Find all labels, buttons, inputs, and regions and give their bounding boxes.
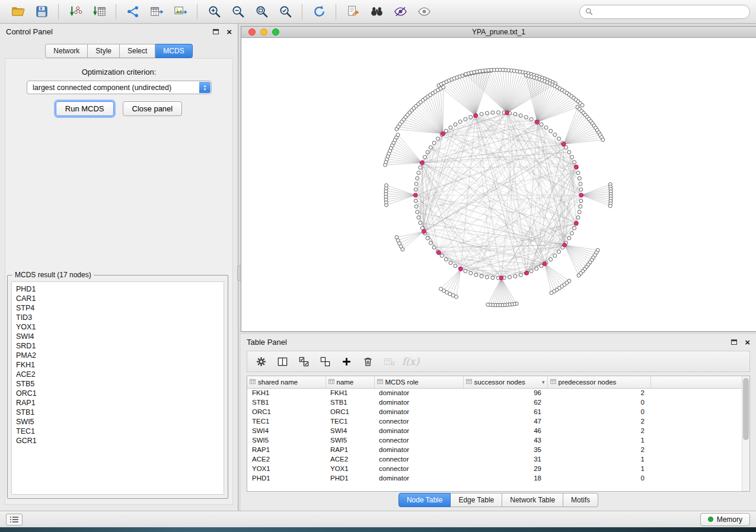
search-box[interactable] <box>579 5 750 19</box>
tab-network[interactable]: Network <box>45 44 88 58</box>
clear-table-icon <box>381 354 397 370</box>
network-graph[interactable] <box>241 38 756 331</box>
mcds-result-item[interactable]: PMA2 <box>12 351 224 360</box>
zoom-fit-icon[interactable] <box>251 2 272 21</box>
criterion-dropdown[interactable]: largest connected component (undirected)… <box>27 81 212 94</box>
document-share-icon[interactable] <box>343 2 363 21</box>
tab-network-table[interactable]: Network Table <box>502 493 563 507</box>
mcds-result-item[interactable]: TID3 <box>12 313 224 322</box>
table-row[interactable]: SWI5SWI5connector431 <box>247 435 749 445</box>
eye-icon[interactable] <box>414 2 434 21</box>
search-input[interactable] <box>596 7 744 17</box>
memory-button[interactable]: Memory <box>700 513 750 526</box>
zoom-out-icon[interactable] <box>228 2 248 21</box>
export-image-icon[interactable] <box>170 2 190 21</box>
close-window-icon[interactable] <box>248 28 256 36</box>
table-row[interactable]: STB1STB1dominator620 <box>247 398 749 407</box>
chevron-up-down-icon: ▲▼ <box>199 82 210 93</box>
table-row[interactable]: PHD1PHD1dominator180 <box>247 473 749 483</box>
status-menu-button[interactable] <box>6 514 23 525</box>
table-row[interactable]: YOX1YOX1connector291 <box>247 464 749 473</box>
desktop-background-strip <box>0 527 756 532</box>
main-toolbar-icons <box>6 2 436 21</box>
mcds-result-item[interactable]: STB5 <box>12 379 224 389</box>
toolbar-separator <box>302 4 302 20</box>
table-row[interactable]: ACE2ACE2connector311 <box>247 454 749 464</box>
save-icon[interactable] <box>31 2 52 21</box>
mcds-result-item[interactable]: PHD1 <box>12 284 224 294</box>
deselect-all-icon[interactable] <box>317 354 333 370</box>
split-panel-icon[interactable] <box>275 354 291 370</box>
mcds-result-item[interactable]: RAP1 <box>12 398 224 408</box>
zoom-selected-icon[interactable] <box>275 2 295 21</box>
tab-edge-table[interactable]: Edge Table <box>451 493 502 507</box>
tab-select[interactable]: Select <box>120 44 155 58</box>
table-panel: Table Panel × f(x) shared namenameMCDS r… <box>241 334 756 511</box>
add-column-icon[interactable] <box>339 354 355 370</box>
network-canvas[interactable] <box>241 38 756 331</box>
table-body: FKH1FKH1dominator962STB1STB1dominator620… <box>247 388 749 483</box>
tab-style[interactable]: Style <box>88 44 120 58</box>
column-header-name[interactable]: name <box>326 376 374 388</box>
table-row[interactable]: RAP1RAP1dominator352 <box>247 445 749 454</box>
minimize-window-icon[interactable] <box>260 28 267 36</box>
export-table-icon[interactable] <box>146 2 167 21</box>
import-network-icon[interactable] <box>65 2 85 21</box>
table-tabs: Node TableEdge TableNetwork TableMotifs <box>241 493 756 507</box>
delete-column-icon[interactable] <box>360 354 376 370</box>
close-panel-button[interactable]: Close panel <box>123 101 183 116</box>
mcds-result-item[interactable]: SRD1 <box>12 341 224 351</box>
network-window-titlebar: YPA_prune.txt_1 <box>241 27 756 38</box>
mcds-result-item[interactable]: ORC1 <box>12 389 224 398</box>
select-all-icon[interactable] <box>296 354 312 370</box>
table-row[interactable]: TEC1TEC1connector472 <box>247 416 749 426</box>
table-settings-gear-icon[interactable] <box>253 354 269 370</box>
mcds-result-item[interactable]: STP4 <box>12 303 224 313</box>
scrollbar-thumb[interactable] <box>743 378 749 440</box>
mcds-result-item[interactable]: SWI5 <box>12 417 224 427</box>
column-header-mcds-role[interactable]: MCDS role <box>374 376 463 388</box>
control-tabs: NetworkStyleSelectMCDS <box>0 44 238 58</box>
list-icon <box>9 516 19 523</box>
table-row[interactable]: FKH1FKH1dominator962 <box>247 388 749 398</box>
close-icon[interactable]: × <box>227 27 232 36</box>
mcds-result-list[interactable]: PHD1CAR1STP4TID3YOX1SWI4SRD1PMA2FKH1ACE2… <box>11 281 224 495</box>
control-panel-header: Control Panel × <box>0 24 238 39</box>
status-bar: Memory <box>0 511 756 527</box>
tab-motifs[interactable]: Motifs <box>563 493 598 507</box>
mcds-result-item[interactable]: ACE2 <box>12 370 224 379</box>
zoom-in-icon[interactable] <box>204 2 224 21</box>
float-window-icon[interactable] <box>731 339 737 345</box>
import-table-icon[interactable] <box>89 2 109 21</box>
maximize-window-icon[interactable] <box>272 28 279 36</box>
mcds-result-item[interactable]: FKH1 <box>12 360 224 370</box>
mcds-result-item[interactable]: SWI4 <box>12 332 224 341</box>
close-icon[interactable]: × <box>745 338 750 347</box>
tab-node-table[interactable]: Node Table <box>398 493 451 507</box>
tab-mcds[interactable]: MCDS <box>155 44 192 58</box>
column-type-icon <box>377 379 383 386</box>
network-window-title: YPA_prune.txt_1 <box>472 28 525 36</box>
table-row[interactable]: SWI4SWI4dominator462 <box>247 426 749 435</box>
graphics-details-icon[interactable] <box>390 2 410 21</box>
mcds-result-item[interactable]: CAR1 <box>12 294 224 303</box>
binoculars-icon[interactable] <box>366 2 387 21</box>
mcds-result-item[interactable]: GCR1 <box>12 436 224 446</box>
mcds-result-item[interactable]: STB1 <box>12 408 224 417</box>
float-window-icon[interactable] <box>213 29 219 34</box>
column-header-predecessor-nodes[interactable]: predecessor nodes <box>547 376 650 388</box>
refresh-icon[interactable] <box>309 2 329 21</box>
column-header-shared-name[interactable]: shared name <box>247 376 326 388</box>
criterion-dropdown-value: largest connected component (undirected) <box>33 84 171 92</box>
column-header-successor-nodes[interactable]: successor nodes▾ <box>463 376 547 388</box>
function-builder-icon: f(x) <box>403 354 419 370</box>
chevron-down-icon: ▾ <box>542 379 545 385</box>
run-mcds-button[interactable]: Run MCDS <box>56 101 114 116</box>
mcds-result-item[interactable]: YOX1 <box>12 322 224 332</box>
table-scrollbar[interactable] <box>742 376 749 491</box>
table-row[interactable]: ORC1ORC1dominator610 <box>247 407 749 416</box>
network-window: YPA_prune.txt_1 <box>241 26 756 332</box>
open-folder-icon[interactable] <box>8 2 28 21</box>
mcds-result-item[interactable]: TEC1 <box>12 427 224 436</box>
export-network-icon[interactable] <box>123 2 143 21</box>
